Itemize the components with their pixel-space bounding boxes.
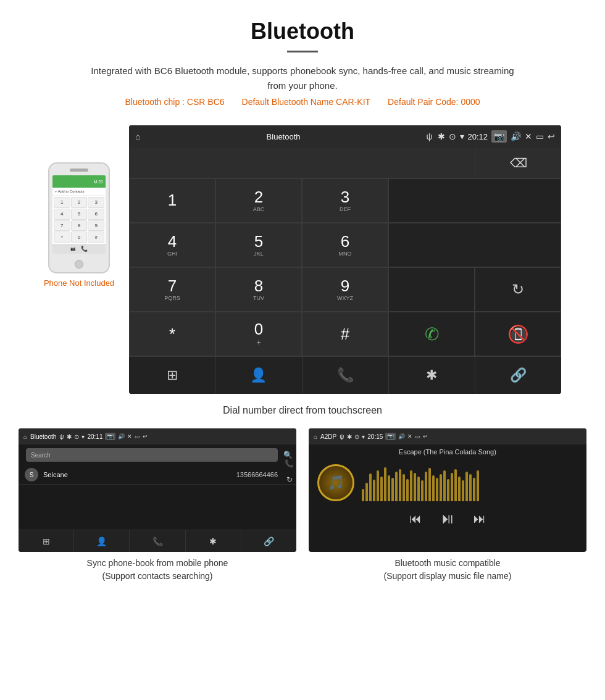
dial-key-3[interactable]: 3 DEF xyxy=(302,178,388,223)
play-pause-button[interactable]: ⏯ xyxy=(440,510,455,527)
phone-speaker xyxy=(70,169,88,172)
dial-display xyxy=(129,148,475,178)
page-header: Bluetooth Integrated with BC6 Bluetooth … xyxy=(0,0,605,125)
pb-back-icon[interactable]: ↩ xyxy=(143,433,148,440)
pb-sync-icon[interactable]: ↻ xyxy=(286,475,293,484)
refresh-button[interactable]: ↻ xyxy=(475,267,561,312)
dial-key-0[interactable]: 0 + xyxy=(215,312,302,356)
pb-link-icon: 🔗 xyxy=(264,536,274,546)
music-container: ⌂ A2DP ψ ✱ ⊙ ▾ 20:15 📷 🔊 ✕ ▭ ↩ Escape (T… xyxy=(309,428,586,585)
next-button[interactable]: ⏭ xyxy=(474,512,486,526)
toolbar-grid-button[interactable]: ⊞ xyxy=(129,357,215,394)
pb-signal-icon: ▾ xyxy=(81,433,85,440)
music-signal-icon: ▾ xyxy=(362,433,365,440)
back-icon[interactable]: ↩ xyxy=(548,131,555,141)
dial-key-hash[interactable]: # xyxy=(302,312,388,356)
toolbar-link-button[interactable]: 🔗 xyxy=(475,357,561,394)
pb-win-icon[interactable]: ▭ xyxy=(135,433,140,440)
call-green-icon: ✆ xyxy=(425,324,439,344)
window-icon[interactable]: ▭ xyxy=(536,131,544,141)
signal-icon: ▾ xyxy=(460,131,464,141)
music-screen-title: A2DP xyxy=(320,433,336,440)
backspace-button[interactable]: ⌫ xyxy=(475,148,561,178)
pb-time: 20:11 xyxy=(87,433,102,440)
pb-loc-icon: ⊙ xyxy=(74,433,79,440)
dial-key-6[interactable]: 6 MNO xyxy=(302,223,388,267)
music-cam-icon[interactable]: 📷 xyxy=(385,433,396,440)
search-icon[interactable]: 🔍 xyxy=(283,451,293,459)
pb-search-text: Search xyxy=(31,452,273,459)
car-screen-title: Bluetooth xyxy=(146,132,422,141)
pb-cam-icon[interactable]: 📷 xyxy=(105,433,115,440)
grid-icon: ⊞ xyxy=(167,367,178,383)
dialpad-container: ⌫ 1 2 ABC 3 DEF 4 GHI 5 JK xyxy=(129,148,561,394)
phone-home-button[interactable] xyxy=(75,260,83,269)
status-time: 20:12 xyxy=(468,132,488,141)
dial-key-1[interactable]: 1 xyxy=(129,178,215,223)
home-icon[interactable]: ⌂ xyxy=(135,131,140,141)
main-caption: Dial number direct from touchscreen xyxy=(0,400,605,428)
contact-row[interactable]: S Seicane 13566664466 xyxy=(19,465,296,485)
contact-number: 13566664466 xyxy=(236,471,278,478)
pb-close-icon[interactable]: ✕ xyxy=(127,433,132,440)
call-button[interactable]: ✆ xyxy=(388,312,475,356)
music-vol-icon[interactable]: 🔊 xyxy=(398,433,405,440)
dial-key-5[interactable]: 5 JKL xyxy=(215,223,302,267)
phone-icon: 📞 xyxy=(337,367,354,383)
pb-toolbar-bt[interactable]: ✱ xyxy=(186,530,241,552)
pb-caption-line1: Sync phone-book from mobile phone xyxy=(87,558,228,568)
volume-icon[interactable]: 🔊 xyxy=(511,131,521,141)
bluetooth-icon: ✱ xyxy=(426,367,437,383)
music-time: 20:15 xyxy=(367,433,383,440)
music-win-icon[interactable]: ▭ xyxy=(415,433,420,440)
pb-call-icon[interactable]: 📞 xyxy=(285,459,294,468)
pb-phone-icon: 📞 xyxy=(152,536,163,546)
music-back-icon[interactable]: ↩ xyxy=(423,433,428,440)
phone-image: M:20 + Add to Contacts 1 2 3 4 5 6 7 8 9… xyxy=(48,162,110,273)
car-status-bar: ⌂ Bluetooth ψ ✱ ⊙ ▾ 20:12 📷 🔊 ✕ ▭ ↩ xyxy=(129,125,561,148)
usb-icon: ψ xyxy=(427,131,433,141)
pb-caption-line2: (Support contacts searching) xyxy=(102,571,213,581)
pb-toolbar-contacts[interactable]: 👤 xyxy=(74,530,130,552)
camera-icon[interactable]: 📷 xyxy=(491,130,507,143)
pb-vol-icon[interactable]: 🔊 xyxy=(118,433,125,440)
close-icon[interactable]: ✕ xyxy=(525,131,532,141)
dial-key-8[interactable]: 8 TUV xyxy=(215,267,302,312)
pb-toolbar-phone[interactable]: 📞 xyxy=(130,530,185,552)
music-caption-line2: (Support display music file name) xyxy=(384,571,512,581)
music-note-icon: 🎵 xyxy=(328,475,344,491)
pb-toolbar-link[interactable]: 🔗 xyxy=(241,530,296,552)
call-red-icon: 📵 xyxy=(507,324,529,344)
music-bt-icon: ✱ xyxy=(347,433,352,440)
bt-name-info: Default Bluetooth Name CAR-KIT xyxy=(242,97,371,107)
toolbar: ⊞ 👤 📞 ✱ 🔗 xyxy=(129,356,561,394)
dial-key-2[interactable]: 2 ABC xyxy=(215,178,302,223)
music-loc-icon: ⊙ xyxy=(354,433,359,440)
music-status-bar: ⌂ A2DP ψ ✱ ⊙ ▾ 20:15 📷 🔊 ✕ ▭ ↩ xyxy=(309,428,586,444)
toolbar-phone-button[interactable]: 📞 xyxy=(302,357,389,394)
pb-home-icon[interactable]: ⌂ xyxy=(23,433,27,440)
bottom-screens: ⌂ Bluetooth ψ ✱ ⊙ ▾ 20:11 📷 🔊 ✕ ▭ ↩ xyxy=(0,428,605,585)
location-icon: ⊙ xyxy=(449,131,456,141)
pb-toolbar-grid[interactable]: ⊞ xyxy=(19,530,74,552)
dial-key-7[interactable]: 7 PQRS xyxy=(129,267,215,312)
pb-status-bar: ⌂ Bluetooth ψ ✱ ⊙ ▾ 20:11 📷 🔊 ✕ ▭ ↩ xyxy=(19,428,296,444)
title-divider xyxy=(287,51,318,52)
phonebook-container: ⌂ Bluetooth ψ ✱ ⊙ ▾ 20:11 📷 🔊 ✕ ▭ ↩ xyxy=(19,428,296,585)
dial-key-4[interactable]: 4 GHI xyxy=(129,223,215,267)
toolbar-contacts-button[interactable]: 👤 xyxy=(215,357,302,394)
end-call-button[interactable]: 📵 xyxy=(475,312,561,356)
page-title: Bluetooth xyxy=(25,19,580,44)
prev-button[interactable]: ⏮ xyxy=(409,512,422,526)
pb-grid-icon: ⊞ xyxy=(43,536,50,546)
dial-key-star[interactable]: * xyxy=(129,312,215,356)
toolbar-bluetooth-button[interactable]: ✱ xyxy=(389,357,475,394)
add-contact-label: + Add to Contacts xyxy=(52,188,106,196)
empty-cell-2 xyxy=(388,223,561,267)
pb-search-bar[interactable]: Search xyxy=(26,448,278,462)
music-close-icon[interactable]: ✕ xyxy=(407,433,412,440)
pair-code-info: Default Pair Code: 0000 xyxy=(388,97,480,107)
music-main-area: 🎵 xyxy=(309,459,586,506)
music-home-icon[interactable]: ⌂ xyxy=(314,433,317,440)
dial-key-9[interactable]: 9 WXYZ xyxy=(302,267,388,312)
